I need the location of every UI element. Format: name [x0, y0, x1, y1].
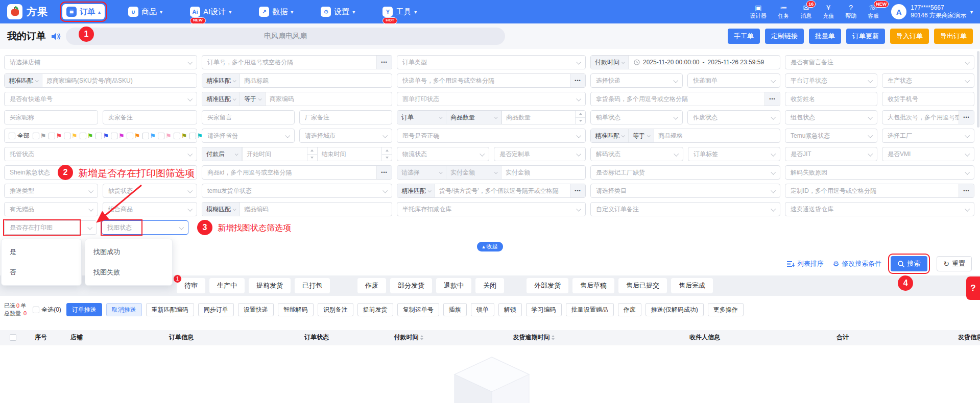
- match-type-select[interactable]: 精准匹配: [5, 74, 42, 87]
- filter-input[interactable]: 买家留言: [202, 110, 295, 124]
- header-button[interactable]: 手工单: [728, 29, 760, 44]
- flag-option[interactable]: ⚑: [111, 133, 125, 139]
- filter-select[interactable]: 是否标记工厂缺货: [590, 165, 780, 180]
- filter-select[interactable]: 选择工厂: [882, 129, 974, 143]
- select-all-checkbox[interactable]: 全选(0): [33, 306, 61, 314]
- header-button[interactable]: 批量单: [809, 29, 841, 44]
- filter-select[interactable]: 请选择城市: [299, 129, 392, 143]
- match-type-select[interactable]: 付款后: [202, 147, 242, 161]
- sort-icons[interactable]: [552, 335, 555, 340]
- filter-select[interactable]: 平台订单状态: [785, 73, 877, 88]
- match-type-select[interactable]: 实付金额: [446, 166, 501, 179]
- filter-input[interactable]: 定制ID，多个用逗号或空格分隔•••: [785, 184, 974, 198]
- match-type-select[interactable]: 精准匹配: [202, 74, 240, 87]
- action-button[interactable]: 学习编码: [526, 303, 562, 316]
- tab-售后完成[interactable]: 售后完成: [671, 278, 713, 293]
- nav-item-orders-active[interactable]: ≣订单▴1: [62, 4, 105, 19]
- dropdown-option[interactable]: 是: [2, 242, 81, 262]
- filter-select[interactable]: 是否存在打印图: [4, 220, 97, 235]
- speaker-icon[interactable]: [51, 32, 61, 41]
- more-options-button[interactable]: •••: [764, 92, 780, 106]
- filter-select[interactable]: 订单类型: [397, 55, 586, 69]
- match-type-select[interactable]: 请选择: [397, 166, 446, 179]
- tab-售后已提交[interactable]: 售后已提交: [618, 278, 667, 293]
- more-options-button[interactable]: •••: [376, 56, 392, 69]
- filter-input[interactable]: 商品标题: [240, 74, 392, 87]
- match-type-select[interactable]: 等于: [240, 92, 266, 106]
- step-up-button[interactable]: [382, 147, 392, 154]
- filter-input[interactable]: 买家昵称: [4, 110, 98, 124]
- flag-option[interactable]: ⚑: [80, 133, 93, 139]
- tab-提前发货[interactable]: 提前发货: [249, 278, 291, 293]
- match-type-select[interactable]: 商品数量: [446, 111, 501, 124]
- stepper-input[interactable]: 结束时间: [317, 147, 392, 161]
- match-type-select[interactable]: 等于: [629, 129, 654, 142]
- filter-select[interactable]: 自定义订单备注: [590, 202, 780, 216]
- modify-search-link[interactable]: ⚙ 修改搜索条件: [833, 259, 882, 268]
- action-button[interactable]: 设置快递: [238, 303, 274, 316]
- action-button[interactable]: 作废: [618, 303, 641, 316]
- nav-tool-任务[interactable]: ≔任务: [778, 4, 789, 20]
- nav-tool-消息[interactable]: ✉消息16: [800, 4, 811, 20]
- filter-select[interactable]: 图号是否正确: [397, 129, 586, 143]
- filter-select[interactable]: 面单打印状态: [397, 92, 586, 106]
- tab-作废[interactable]: 作废: [357, 278, 386, 293]
- header-button[interactable]: 导入订单: [890, 29, 929, 44]
- action-button[interactable]: 推送(仅解码成功): [646, 303, 704, 316]
- filter-input[interactable]: 实付金额: [501, 166, 585, 179]
- filter-select[interactable]: 请选择省份: [202, 129, 295, 143]
- step-down-button[interactable]: [382, 154, 392, 161]
- filter-select[interactable]: 物流状态: [397, 147, 489, 161]
- filter-select[interactable]: 作废状态: [687, 110, 780, 124]
- filter-select[interactable]: 组合商品: [103, 202, 197, 216]
- filter-input[interactable]: 收货手机号: [882, 92, 974, 106]
- filter-input[interactable]: 赠品编码: [240, 203, 392, 216]
- flag-option[interactable]: ⚑: [142, 133, 156, 139]
- filter-select[interactable]: 是否有留言备注: [785, 55, 974, 69]
- action-button[interactable]: 同步订单: [198, 303, 234, 316]
- filter-select[interactable]: 订单标签: [688, 147, 780, 161]
- filter-input[interactable]: 商品规格: [654, 129, 780, 142]
- flag-option[interactable]: ⚑: [189, 133, 203, 139]
- action-button[interactable]: 复制运单号: [397, 303, 439, 316]
- stepper-input[interactable]: 商品数量: [501, 111, 585, 124]
- filter-input[interactable]: 原商家编码(SKU货号/商品SKU): [42, 74, 197, 87]
- tab-部分发货[interactable]: 部分发货: [390, 278, 432, 293]
- action-button[interactable]: 插旗: [443, 303, 467, 316]
- filter-select[interactable]: 组包状态: [785, 110, 877, 124]
- match-type-select[interactable]: 精准匹配: [591, 129, 629, 142]
- collapse-button[interactable]: ▴ 收起: [477, 242, 503, 251]
- nav-item-menu[interactable]: ∪商品▾: [124, 4, 166, 19]
- more-options-button[interactable]: •••: [959, 111, 974, 124]
- step-up-button[interactable]: [576, 111, 585, 117]
- filter-select[interactable]: 托管状态: [4, 147, 197, 161]
- filter-select[interactable]: 快递面单: [687, 73, 780, 88]
- tab-已打包[interactable]: 已打包: [295, 278, 330, 293]
- flag-option[interactable]: ⚑: [174, 133, 187, 139]
- list-sort-link[interactable]: 列表排序: [787, 259, 824, 268]
- match-type-select[interactable]: 模糊匹配: [202, 203, 240, 216]
- action-button[interactable]: 批量设置赠品: [566, 303, 614, 316]
- filter-select[interactable]: 请选择类目: [590, 184, 780, 198]
- nav-item-menu[interactable]: Y工具▾HOT: [378, 4, 421, 19]
- flag-option[interactable]: ⚑: [127, 133, 140, 139]
- flag-option[interactable]: ⚑: [33, 133, 46, 139]
- flag-option[interactable]: ⚑: [64, 133, 78, 139]
- filter-input[interactable]: 拿货条码，多个用逗号或空格分隔•••: [590, 92, 780, 106]
- filter-select[interactable]: 解码失败原因: [785, 165, 974, 180]
- filter-input[interactable]: 货号/供方货号'，多个值以逗号隔开或空格隔: [435, 184, 570, 197]
- announcement-bar[interactable]: 电风扇电风扇: [66, 28, 505, 45]
- match-type-select[interactable]: 精准匹配: [202, 92, 240, 106]
- flag-option[interactable]: ⚑: [158, 133, 172, 139]
- more-options-button[interactable]: •••: [570, 184, 585, 197]
- filter-select[interactable]: 是否定制单: [494, 147, 586, 161]
- filter-select[interactable]: temu发货单状态: [202, 184, 392, 198]
- filter-input[interactable]: 厂家备注: [299, 110, 392, 124]
- filter-select[interactable]: 是否有快递单号: [4, 92, 197, 106]
- header-button[interactable]: 定制链接: [765, 29, 804, 44]
- filter-select[interactable]: 推送类型: [4, 184, 98, 198]
- sort-icons[interactable]: [420, 335, 423, 340]
- filter-select[interactable]: 选择快递: [590, 73, 683, 88]
- stepper-input[interactable]: 开始时间: [242, 147, 317, 161]
- reset-button[interactable]: ↻ 重置: [937, 256, 972, 271]
